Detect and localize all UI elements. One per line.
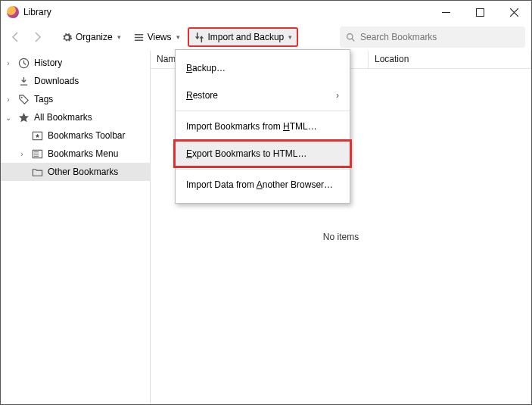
chevron-down-icon: ▾ — [117, 33, 121, 41]
views-button[interactable]: Views▾ — [129, 27, 185, 47]
menu-item-import-other-browser[interactable]: Import Data from Another Browser… — [176, 171, 350, 198]
sidebar-label: Tags — [34, 94, 53, 104]
sidebar-item-bookmarks-menu[interactable]: › Bookmarks Menu — [1, 145, 150, 163]
search-box[interactable] — [340, 26, 525, 48]
sidebar-label: All Bookmarks — [34, 112, 92, 123]
import-export-icon — [194, 32, 205, 43]
sidebar-label: Other Bookmarks — [48, 167, 118, 177]
svg-rect-0 — [477, 8, 484, 16]
import-backup-label: Import and Backup — [208, 32, 285, 42]
folder-icon — [31, 166, 43, 178]
list-icon — [133, 32, 145, 43]
chevron-down-icon[interactable]: ⌄ — [4, 114, 13, 122]
svg-point-3 — [20, 96, 22, 98]
views-label: Views — [148, 32, 172, 42]
menu-star-icon — [31, 148, 43, 160]
sidebar-item-all-bookmarks[interactable]: ⌄ All Bookmarks — [1, 108, 150, 126]
gear-icon — [61, 32, 73, 43]
sidebar-label: Bookmarks Toolbar — [48, 130, 126, 141]
search-icon — [346, 33, 356, 42]
chevron-right-icon[interactable]: › — [4, 59, 13, 67]
toolbar: Organize▾ Views▾ Import and Backup▾ — [1, 23, 531, 51]
sidebar-item-bookmarks-toolbar[interactable]: Bookmarks Toolbar — [1, 126, 150, 145]
sidebar-item-history[interactable]: › History — [1, 54, 150, 72]
chevron-right-icon: › — [336, 90, 339, 101]
chevron-right-icon[interactable]: › — [17, 150, 26, 158]
clock-icon — [17, 57, 30, 69]
download-icon — [17, 75, 30, 87]
menu-item-restore[interactable]: Restore › — [176, 82, 350, 109]
menu-item-import-html[interactable]: Import Bookmarks from HTML… — [176, 113, 350, 140]
empty-text: No items — [323, 232, 359, 242]
import-backup-button[interactable]: Import and Backup▾ — [188, 27, 299, 47]
organize-label: Organize — [76, 32, 113, 42]
chevron-right-icon[interactable]: › — [4, 95, 13, 104]
forward-button[interactable] — [28, 28, 46, 46]
maximize-button[interactable] — [463, 2, 497, 23]
menu-label: Import Data from Another Browser… — [186, 179, 333, 190]
title-bar: Library — [1, 1, 531, 23]
menu-label: Restore — [186, 90, 218, 101]
sidebar-item-tags[interactable]: › Tags — [1, 90, 150, 108]
sidebar-label: Bookmarks Menu — [48, 148, 118, 159]
search-input[interactable] — [360, 32, 519, 42]
window-title: Library — [23, 7, 429, 17]
sidebar-label: History — [34, 58, 62, 68]
organize-button[interactable]: Organize▾ — [57, 27, 126, 47]
content-area: Name Location Backup… Restore › Import B… — [151, 51, 531, 404]
star-icon — [17, 111, 30, 123]
menu-item-export-html[interactable]: Export Bookmarks to HTML… — [176, 140, 350, 167]
tag-icon — [17, 93, 30, 105]
svg-point-1 — [347, 33, 353, 39]
chevron-down-icon: ▾ — [288, 33, 292, 41]
column-location[interactable]: Location — [369, 51, 531, 68]
minimize-button[interactable] — [429, 2, 463, 23]
menu-label: Backup… — [186, 63, 226, 73]
menu-label: Import Bookmarks from HTML… — [186, 121, 317, 132]
back-button[interactable] — [7, 28, 25, 46]
menu-item-backup[interactable]: Backup… — [176, 55, 350, 82]
chevron-down-icon: ▾ — [176, 33, 180, 41]
import-backup-menu: Backup… Restore › Import Bookmarks from … — [175, 49, 350, 204]
sidebar-label: Downloads — [34, 76, 79, 86]
menu-label: Export Bookmarks to HTML… — [186, 148, 306, 159]
sidebar-item-downloads[interactable]: Downloads — [1, 72, 150, 90]
sidebar: › History Downloads › Tags ⌄ All Bookmar… — [1, 51, 151, 404]
sidebar-item-other-bookmarks[interactable]: Other Bookmarks — [1, 163, 150, 181]
toolbar-star-icon — [31, 129, 43, 142]
menu-separator — [176, 169, 350, 170]
close-button[interactable] — [497, 2, 531, 23]
menu-separator — [176, 111, 350, 111]
firefox-icon — [7, 6, 19, 18]
